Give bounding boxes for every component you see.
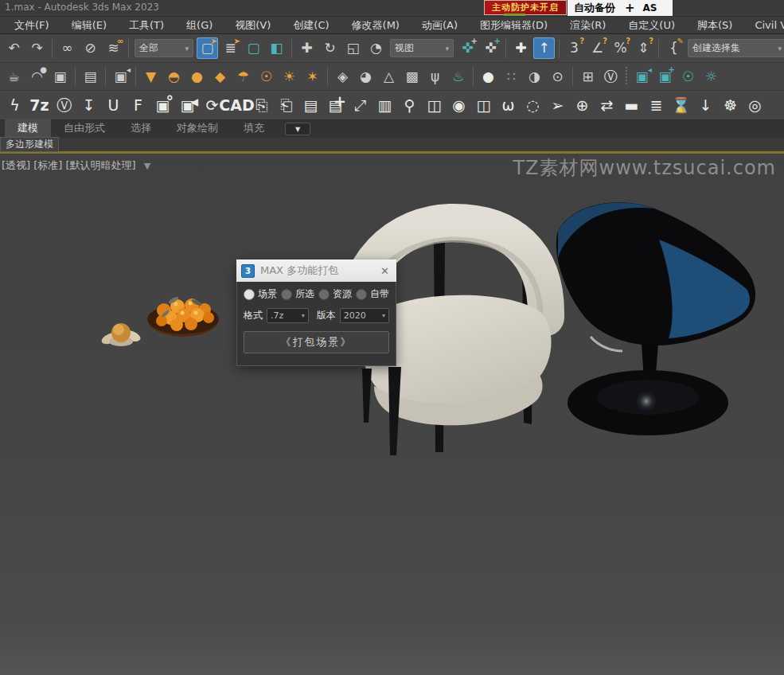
menu-item-图形编辑器D[interactable]: 图形编辑器(D): [469, 18, 559, 33]
expand-arrows-icon[interactable]: ⤢: [349, 94, 372, 117]
radio-场景[interactable]: 场景: [244, 287, 277, 301]
list-bars-icon[interactable]: ≣: [645, 94, 668, 117]
copy-pages-icon[interactable]: ⎗: [275, 94, 298, 117]
ribbon-tab-选择[interactable]: 选择: [118, 119, 164, 138]
pyramid-stakes-icon[interactable]: △: [378, 66, 400, 88]
unlink-selection-icon[interactable]: ⊘: [80, 37, 101, 59]
camera-create-icon[interactable]: ▣◂: [631, 66, 653, 88]
floor-blocks-icon[interactable]: F: [127, 94, 150, 117]
filter-icon[interactable]: ▼: [144, 161, 150, 171]
asset-cube-icon[interactable]: ▣: [49, 66, 71, 88]
bind-to-space-warp-icon[interactable]: ≋∞: [103, 37, 124, 59]
menu-item-修改器M[interactable]: 修改器(M): [341, 18, 411, 33]
umbrella-icon[interactable]: ☂: [232, 66, 254, 88]
menu-item-Civil View[interactable]: Civil View: [743, 18, 784, 32]
material-balls-icon[interactable]: ∷: [501, 66, 522, 88]
dark-blue-chair[interactable]: [556, 202, 755, 435]
viewport-label[interactable]: [透视] [标准] [默认明暗处理] ▼: [2, 158, 150, 173]
layer-manager-icon[interactable]: ▤: [80, 66, 101, 88]
select-and-place-icon[interactable]: ◔: [365, 37, 387, 59]
reference-coordinate-dropdown[interactable]: 视图▾: [390, 39, 454, 57]
batch-render-icon[interactable]: ⊞: [577, 66, 599, 88]
lamp-icon[interactable]: ☉: [255, 66, 277, 88]
sun-icon[interactable]: ☀: [279, 66, 300, 88]
viewport[interactable]: [透视] [标准] [默认明暗处理] ▼ TZ素材网www.tzsucai.co…: [0, 154, 784, 675]
dialog-title-bar[interactable]: 3 MAX 多功能打包 ✕: [236, 259, 396, 282]
radio-dot[interactable]: [281, 289, 292, 300]
compass-icon[interactable]: ☸: [719, 94, 742, 117]
radio-所选[interactable]: 所选: [281, 287, 314, 301]
vray-icon[interactable]: Ⓥ: [600, 66, 622, 88]
redo-icon[interactable]: ↷: [26, 37, 48, 59]
menu-item-创建C[interactable]: 创建(C): [282, 18, 340, 33]
menu-item-工具T[interactable]: 工具(T): [118, 18, 175, 33]
snap-pivot-plus-icon[interactable]: ✜+: [480, 37, 501, 59]
format-select[interactable]: .7z ▾: [267, 308, 309, 323]
sphere-icon[interactable]: ●: [186, 66, 208, 88]
target-rings-icon[interactable]: ◎: [743, 94, 766, 117]
globe-icon[interactable]: ⊕: [571, 94, 594, 117]
eye-icon[interactable]: ◉: [447, 94, 470, 117]
ribbon-panel-polygon-modeling[interactable]: 多边形建模: [0, 137, 59, 152]
as-label[interactable]: AS: [643, 2, 657, 14]
import-arrow-icon[interactable]: ↓: [694, 94, 717, 117]
percent-snap-icon[interactable]: %?: [610, 37, 631, 59]
dashed-circle-icon[interactable]: ◌: [521, 94, 544, 117]
close-icon[interactable]: ✕: [378, 265, 392, 277]
palette-icon[interactable]: ◑: [524, 66, 545, 88]
menu-item-动画A[interactable]: 动画(A): [411, 18, 469, 33]
named-selection-sets-icon[interactable]: {✎: [663, 37, 685, 59]
material-sphere-icon[interactable]: ●: [478, 66, 499, 88]
select-object-button[interactable]: ▢➤: [197, 37, 218, 59]
radio-dot[interactable]: [318, 289, 330, 300]
angle-snap-icon[interactable]: ∠?: [587, 37, 608, 59]
select-and-manipulate-icon[interactable]: ✚: [510, 37, 532, 59]
camera-icon[interactable]: ▣◂: [110, 66, 131, 88]
measure-icon[interactable]: ▬: [620, 94, 643, 117]
video-camera-icon[interactable]: ▣◂: [176, 94, 199, 117]
sun-light-icon[interactable]: ☼: [700, 66, 722, 88]
download-box-icon[interactable]: ↧: [77, 94, 100, 117]
selection-filter-dropdown[interactable]: 全部▾: [135, 39, 193, 57]
ribbon-tab-对象绘制[interactable]: 对象绘制: [164, 119, 231, 138]
protection-badge[interactable]: 主动防护未开启: [484, 0, 567, 15]
ribbon-tab-自由形式[interactable]: 自由形式: [51, 119, 118, 138]
dots-panel-icon[interactable]: ▩: [401, 66, 423, 88]
document-list-icon[interactable]: ▤: [299, 94, 322, 117]
rectangular-selection-region-icon[interactable]: ▢: [243, 37, 264, 59]
named-sets-dropdown[interactable]: 创建选择集▾: [688, 39, 784, 57]
select-by-name-icon[interactable]: ≣➤: [220, 37, 241, 59]
window-crossing-toggle-icon[interactable]: ◧: [266, 37, 287, 59]
document-add-icon[interactable]: ▤+: [324, 94, 347, 117]
keyboard-override-icon[interactable]: ↑: [533, 37, 555, 59]
snaps-toggle-3d-icon[interactable]: 3?: [564, 37, 585, 59]
radio-资源[interactable]: 资源: [318, 287, 352, 301]
shield-protect-icon[interactable]: ϟ: [3, 94, 26, 117]
menu-item-组G[interactable]: 组(G): [175, 18, 224, 33]
lock-icon[interactable]: ⚲: [398, 94, 421, 117]
select-and-scale-icon[interactable]: ◱: [342, 37, 364, 59]
render-teapot-icon[interactable]: ☕: [3, 66, 25, 88]
grass-icon[interactable]: ψ: [424, 66, 446, 88]
render-setup-icon[interactable]: ◠●: [26, 66, 48, 88]
version-select[interactable]: 2020 ▾: [340, 308, 389, 323]
7z-archive-icon[interactable]: 7z: [28, 94, 51, 117]
photo-camera-icon[interactable]: ▣°: [151, 94, 174, 117]
menu-item-渲染R[interactable]: 渲染(R): [559, 18, 617, 33]
vray-flame-icon[interactable]: Ⓥ: [53, 94, 76, 117]
menu-item-自定义U[interactable]: 自定义(U): [617, 18, 686, 33]
undo-icon[interactable]: ↶: [3, 37, 25, 59]
pages-icon[interactable]: ⎘: [250, 94, 273, 117]
radio-自带[interactable]: 自带: [356, 287, 389, 301]
radio-dot[interactable]: [244, 289, 255, 300]
radio-dot[interactable]: [356, 289, 367, 300]
hourglass-icon[interactable]: ⌛: [669, 94, 692, 117]
dual-panel-icon[interactable]: ◫: [472, 94, 495, 117]
menu-item-文件F[interactable]: 文件(F): [3, 18, 60, 33]
menu-item-编辑E[interactable]: 编辑(E): [60, 18, 118, 33]
light-bulb-icon[interactable]: ☉: [677, 66, 699, 88]
select-and-rotate-icon[interactable]: ↻: [319, 37, 341, 59]
camera-add-icon[interactable]: ▣+: [654, 66, 676, 88]
faceted-cube-icon[interactable]: ◈: [332, 66, 353, 88]
pack-scene-button[interactable]: 《打包场景》: [244, 331, 389, 353]
